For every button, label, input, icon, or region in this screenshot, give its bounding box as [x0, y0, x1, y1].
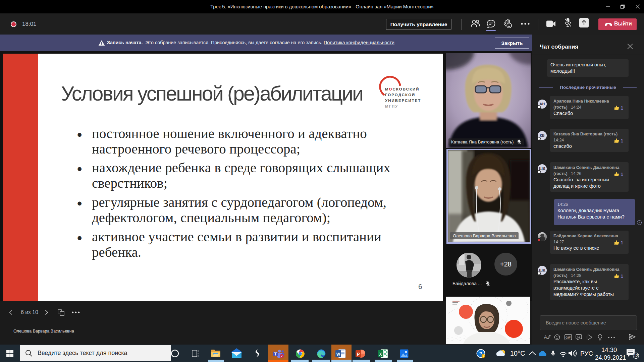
svg-text:W: W — [336, 352, 340, 357]
svg-text:X: X — [379, 352, 382, 357]
svg-text:A: A — [544, 335, 547, 340]
svg-text:P: P — [357, 352, 360, 357]
svg-text:GIF: GIF — [566, 336, 571, 339]
svg-text:7: 7 — [281, 354, 282, 358]
svg-text:+28: +28 — [500, 260, 512, 268]
svg-text:12: 12 — [634, 354, 638, 358]
